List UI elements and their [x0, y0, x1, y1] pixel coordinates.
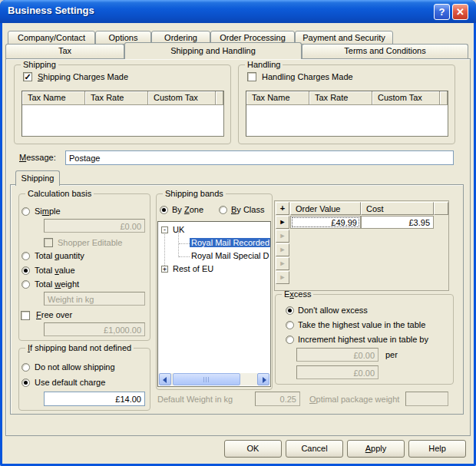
- close-icon[interactable]: ✕: [452, 4, 468, 20]
- empty-row-selector[interactable]: ►: [276, 230, 289, 243]
- handling-tax-header-filler: [440, 91, 448, 105]
- default-weight-label: Default Weight in kg: [157, 395, 233, 405]
- shipping-charges-label: Shipping Charges Made: [38, 72, 128, 82]
- increment-highest-label: Increment highest value in table by: [298, 335, 428, 345]
- collapse-icon[interactable]: -: [161, 226, 168, 233]
- tab-company-contact[interactable]: Company/Contact: [8, 31, 95, 45]
- tree-item-royal-mail-special[interactable]: Royal Mail Special D: [191, 250, 269, 263]
- shipping-group-label: Shipping: [21, 60, 58, 70]
- empty-row-selector[interactable]: ►: [276, 271, 289, 284]
- handling-tax-rate-header[interactable]: Tax Rate: [309, 91, 372, 105]
- handling-tax-name-header[interactable]: Tax Name: [246, 91, 309, 105]
- per-unit-field: £0.00: [296, 365, 378, 379]
- shipping-bands-tree[interactable]: - UK Royal Mail Recorded Royal Mail Spec…: [157, 221, 271, 387]
- optimal-weight-label: Optimal package weight: [309, 395, 399, 405]
- take-highest-label: Take the highest value in the table: [298, 320, 425, 330]
- empty-row-selector[interactable]: ►: [276, 257, 289, 270]
- calculation-basis-label: Calculation basis: [25, 189, 94, 199]
- total-value-radio[interactable]: [21, 266, 30, 275]
- tree-item-uk[interactable]: UK: [173, 224, 184, 236]
- handling-group-label: Handling: [245, 60, 283, 70]
- simple-amount-field: £0.00: [44, 219, 145, 233]
- tree-item-royal-mail-recorded[interactable]: Royal Mail Recorded: [190, 237, 271, 250]
- dont-allow-excess-label: Don't allow excess: [298, 306, 368, 316]
- message-input[interactable]: Postage: [65, 150, 454, 165]
- shipping-bands-label: Shipping bands: [163, 189, 226, 199]
- increment-highest-radio[interactable]: [286, 335, 294, 344]
- shipping-tax-header-filler: [216, 91, 223, 105]
- cost-cell[interactable]: £3.95: [361, 216, 434, 229]
- free-over-label: Free over: [36, 310, 72, 320]
- scrollbar-thumb[interactable]: [173, 373, 240, 385]
- tree-connector: [164, 232, 165, 267]
- tab-terms-conditions[interactable]: Terms and Conditions: [302, 44, 468, 58]
- use-default-charge-label: Use default charge: [35, 378, 105, 388]
- total-value-label: Total value: [35, 266, 75, 276]
- shipping-tax-rate-header[interactable]: Tax Rate: [85, 91, 148, 105]
- expand-icon[interactable]: +: [161, 266, 168, 273]
- tab-payment-security[interactable]: Payment and Security: [295, 31, 393, 45]
- ok-button[interactable]: OK: [224, 440, 282, 458]
- handling-tax-table[interactable]: Tax Name Tax Rate Custom Tax: [246, 91, 448, 137]
- do-not-allow-shipping-radio[interactable]: [21, 363, 30, 372]
- dialog-client-area: Company/Contact Options Ordering Order P…: [2, 23, 474, 464]
- take-highest-radio[interactable]: [286, 321, 294, 329]
- handling-custom-tax-header[interactable]: Custom Tax: [372, 91, 440, 105]
- shipping-tax-name-header[interactable]: Tax Name: [22, 91, 85, 105]
- handling-charges-checkbox[interactable]: [247, 72, 256, 81]
- default-weight-field: 0.25: [255, 392, 300, 406]
- shopper-editable-label: Shopper Editable: [58, 238, 122, 248]
- do-not-allow-shipping-label: Do not allow shipping: [35, 362, 115, 372]
- window-title: Business Settings: [8, 5, 94, 16]
- apply-button[interactable]: Apply: [347, 440, 405, 458]
- total-weight-radio[interactable]: [21, 280, 30, 289]
- titlebar-help-icon[interactable]: ?: [434, 4, 450, 20]
- band-not-defined-label: If shipping band not defined: [25, 343, 134, 353]
- by-zone-label: By Zone: [172, 205, 203, 215]
- shipping-band-grid: + Order Value Cost ► £49.99 £3.95 ► ► ► …: [274, 200, 449, 291]
- tree-item-rest-of-eu[interactable]: Rest of EU: [173, 263, 213, 276]
- tree-connector: [179, 243, 190, 244]
- use-default-charge-radio[interactable]: [21, 378, 30, 387]
- simple-label: Simple: [35, 207, 61, 216]
- default-charge-field[interactable]: £14.00: [44, 392, 145, 406]
- by-class-label: By Class: [231, 205, 264, 215]
- help-button[interactable]: Help: [408, 440, 466, 458]
- current-row-selector[interactable]: ►: [276, 216, 289, 229]
- add-band-button[interactable]: +: [276, 202, 289, 215]
- shipping-charges-checkbox[interactable]: [23, 72, 32, 81]
- simple-radio[interactable]: [21, 207, 30, 216]
- free-over-checkbox[interactable]: [21, 311, 30, 320]
- tab-shipping-and-handling[interactable]: Shipping and Handling: [124, 42, 302, 59]
- title-bar[interactable]: Business Settings ? ✕: [0, 0, 476, 23]
- subtab-shipping[interactable]: Shipping: [15, 170, 60, 186]
- shipping-tax-table[interactable]: Tax Name Tax Rate Custom Tax: [21, 91, 224, 137]
- free-over-amount-field: £1,000.00: [44, 322, 145, 336]
- message-label: Message:: [19, 153, 56, 163]
- scroll-left-icon[interactable]: [159, 373, 171, 385]
- by-zone-radio[interactable]: [160, 206, 168, 214]
- scroll-right-icon[interactable]: [257, 373, 269, 385]
- order-value-column-header[interactable]: Order Value: [290, 202, 361, 215]
- business-settings-dialog: Business Settings ? ✕ Company/Contact Op…: [0, 0, 476, 466]
- empty-row-selector[interactable]: ►: [276, 243, 289, 256]
- order-value-cell[interactable]: £49.99: [290, 216, 361, 229]
- total-weight-label: Total weight: [35, 279, 79, 289]
- by-class-radio[interactable]: [219, 206, 227, 214]
- tree-horizontal-scrollbar[interactable]: [159, 373, 269, 385]
- handling-charges-label: Handling Charges Made: [262, 72, 353, 82]
- total-quantity-label: Total quantity: [35, 251, 84, 261]
- shopper-editable-checkbox: [44, 238, 53, 247]
- dont-allow-excess-radio[interactable]: [286, 306, 294, 315]
- cancel-button[interactable]: Cancel: [286, 440, 343, 458]
- cost-column-header[interactable]: Cost: [361, 202, 434, 215]
- optimal-weight-field: [405, 392, 448, 406]
- weight-in-kg-field: Weight in kg: [44, 292, 145, 306]
- shipping-custom-tax-header[interactable]: Custom Tax: [148, 91, 216, 105]
- grid-header-filler: [434, 202, 448, 215]
- tree-connector: [179, 256, 190, 257]
- per-label: per: [385, 350, 398, 360]
- tab-tax[interactable]: Tax: [5, 44, 124, 58]
- total-quantity-radio[interactable]: [21, 252, 30, 260]
- increment-amount-field: £0.00: [296, 348, 378, 362]
